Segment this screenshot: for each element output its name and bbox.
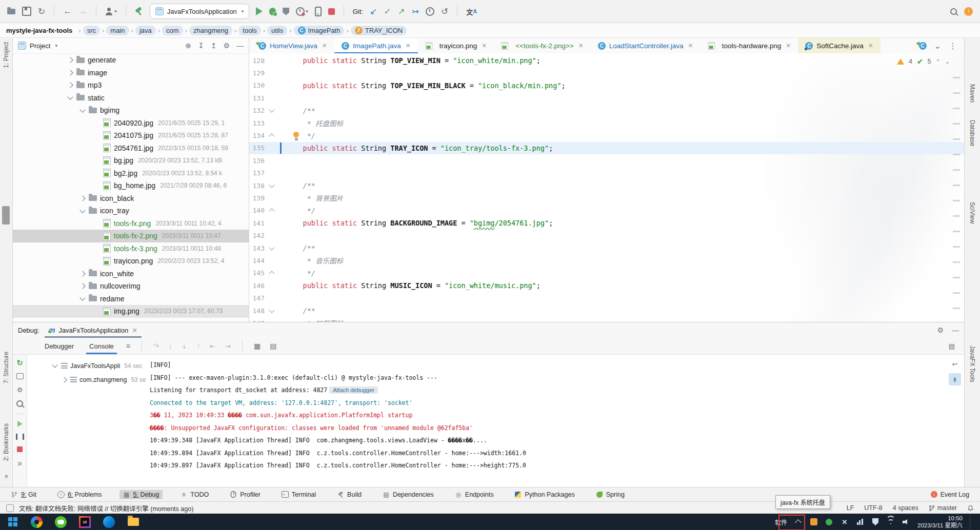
breadcrumb-item[interactable]: main [106, 26, 129, 35]
breadcrumb-item[interactable]: src [83, 26, 100, 35]
debug-console[interactable]: [INFO][INFO] --- exec-maven-plugin:3.1.0… [146, 355, 964, 487]
code-line[interactable]: 134 */ [249, 129, 964, 141]
sidebar-item-maven[interactable]: Maven [965, 84, 980, 103]
close-icon[interactable]: ✕ [786, 42, 791, 49]
tray-orange-app-icon[interactable] [810, 518, 818, 526]
sidebar-item-structure[interactable]: 7: Structure [0, 352, 12, 383]
code-line[interactable]: 128 public static String TOP_VIEW_MIN = … [249, 54, 964, 67]
breadcrumb-item[interactable]: utils [267, 26, 287, 35]
code-line[interactable]: 138 /** [249, 179, 964, 192]
fold-start-icon[interactable] [269, 307, 274, 313]
background-tasks-icon[interactable] [6, 504, 14, 512]
tree-row[interactable]: mp3 [13, 79, 249, 92]
chevron-right-icon[interactable] [64, 71, 76, 75]
fold-start-icon[interactable] [269, 182, 274, 188]
git-cherry-pick-icon[interactable]: ↣ [412, 6, 419, 17]
wechat-icon[interactable] [54, 516, 67, 528]
network-wifi-icon[interactable] [887, 518, 895, 526]
resume-icon[interactable] [17, 421, 23, 427]
profiler-icon[interactable]: ▾ [296, 7, 308, 16]
code-line[interactable]: 136 [249, 154, 964, 167]
translate-icon[interactable]: 文A [466, 7, 477, 16]
breadcrumb-item[interactable]: CImagePath [294, 26, 345, 35]
gear-icon[interactable]: ⚙ [937, 326, 944, 334]
code-line[interactable]: 147 [249, 292, 964, 304]
editor-tab[interactable]: tools-hardware.png✕ [701, 38, 798, 53]
history-icon[interactable] [426, 7, 434, 16]
tree-row[interactable]: generate [13, 54, 249, 67]
user-profile-icon[interactable]: ▾ [105, 8, 117, 15]
open-icon[interactable] [7, 9, 15, 14]
code-line[interactable]: 143 /** [249, 242, 964, 254]
tab-console[interactable]: Console [86, 338, 117, 354]
save-icon[interactable] [22, 7, 31, 16]
close-icon[interactable]: ✕ [868, 42, 873, 49]
start-button[interactable] [6, 516, 19, 528]
chevron-right-icon[interactable] [76, 272, 89, 276]
editor-tab[interactable]: CSoftCache.java✕ [798, 38, 881, 53]
pause-icon[interactable] [16, 434, 24, 440]
collapse-all-icon[interactable]: ↥ [211, 42, 217, 50]
forward-icon[interactable]: → [78, 6, 87, 16]
stop-icon[interactable] [17, 446, 23, 452]
run-to-cursor-icon[interactable]: ⇥ [225, 342, 231, 350]
prev-problem-icon[interactable]: ⌃ [936, 58, 941, 65]
project-panel-title[interactable]: Project [30, 42, 50, 50]
update-available-icon[interactable]: ↑ [964, 7, 973, 16]
close-icon[interactable]: ✕ [406, 42, 411, 49]
chevron-down-icon[interactable] [76, 210, 89, 212]
run-button[interactable] [256, 7, 263, 15]
toolwindow-build[interactable]: Build [333, 490, 365, 499]
git-branch-widget[interactable]: master [929, 504, 957, 512]
breadcrumb-item[interactable]: fTRAY_ICON [351, 26, 407, 35]
error-stripe-scrollbar[interactable] [953, 77, 960, 312]
tree-row[interactable]: bg2.jpg2020/2/23 0023 13:52, 8.54 k [13, 167, 249, 180]
line-ending-indicator[interactable]: LF [847, 504, 854, 512]
toolwindow-terminal[interactable]: >Terminal [278, 490, 319, 499]
close-icon[interactable]: ✕ [578, 42, 584, 49]
fold-start-icon[interactable] [269, 244, 274, 250]
close-icon[interactable]: ✕ [132, 327, 137, 334]
breadcrumb-item[interactable]: java [135, 26, 156, 35]
tree-row[interactable]: icon_white [13, 268, 249, 280]
tree-row[interactable]: icon_tray [13, 205, 249, 217]
chevron-right-icon[interactable] [76, 196, 89, 200]
toolwindow-python[interactable]: Python Packages [511, 490, 578, 499]
fold-end-icon[interactable] [269, 209, 274, 214]
tree-row[interactable]: redame [13, 293, 249, 305]
debug-button[interactable] [269, 8, 276, 15]
tree-row[interactable]: icon_black [13, 192, 249, 205]
toolwindow-deps[interactable]: ▤Dependencies [379, 490, 437, 499]
browser-icon[interactable] [30, 516, 43, 528]
process-tree-row[interactable]: JavaFxToolsAppli54 sec [27, 359, 146, 373]
hide-panel-icon[interactable]: — [952, 326, 959, 334]
fold-start-icon[interactable] [269, 107, 274, 113]
step-out-icon[interactable]: ↑ [196, 342, 200, 350]
scroll-to-end-icon[interactable]: ⇟ [949, 373, 961, 385]
run-configuration-select[interactable]: JavaFxToolsApplication ▾ [150, 4, 249, 19]
tree-row[interactable]: tools-fx-3.png2023/3/11 0011 10:48 [13, 242, 249, 255]
close-icon[interactable]: ✕ [482, 42, 487, 49]
editor-tab[interactable]: trayicon.png✕ [418, 38, 494, 53]
editor-tab[interactable]: CHomeView.java✕ [251, 38, 334, 53]
tree-row[interactable]: nullcoverimg [13, 280, 249, 293]
chevron-right-icon[interactable] [59, 378, 69, 382]
chevron-down-icon[interactable] [50, 364, 59, 367]
indent-indicator[interactable]: 4 spaces [893, 504, 918, 512]
sidebar-item-database[interactable]: Database [965, 120, 980, 146]
toolwindow-debug[interactable]: ▦5: Debug [119, 490, 163, 499]
fold-end-icon[interactable] [269, 133, 274, 139]
code-editor[interactable]: 128 public static String TOP_VIEW_MIN = … [249, 53, 964, 322]
code-line[interactable]: 145 */ [249, 267, 964, 279]
layout-settings-icon[interactable]: ▤ [270, 342, 276, 350]
search-everywhere-icon[interactable] [950, 8, 957, 15]
back-icon[interactable]: ← [63, 6, 72, 16]
encoding-indicator[interactable]: UTF-8 [864, 504, 882, 512]
step-over-icon[interactable]: ↷ [153, 342, 159, 350]
restore-layout-icon[interactable]: ▤ [949, 342, 964, 350]
toolwindow-event-log[interactable]: i Event Log [927, 490, 973, 499]
run-with-coverage-icon[interactable] [283, 8, 289, 15]
tree-row[interactable]: bgimg [13, 104, 249, 117]
code-line[interactable]: 139 * 背景图片 [249, 192, 964, 204]
breadcrumb-item[interactable]: com [162, 26, 183, 35]
